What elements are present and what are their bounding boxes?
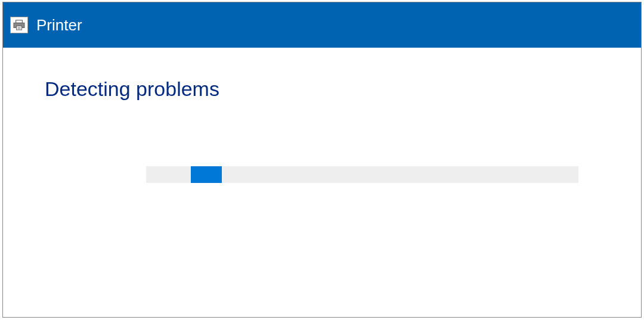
progress-indicator <box>191 166 222 183</box>
progress-bar <box>146 166 578 183</box>
troubleshooter-window: Printer Detecting problems <box>2 2 642 318</box>
status-heading: Detecting problems <box>45 77 599 101</box>
content-area: Detecting problems <box>3 48 641 317</box>
svg-rect-2 <box>17 26 22 30</box>
svg-rect-0 <box>16 20 23 23</box>
window-title: Printer <box>36 16 82 35</box>
titlebar: Printer <box>3 2 641 48</box>
printer-icon <box>10 17 28 33</box>
printer-icon-svg <box>13 20 26 30</box>
